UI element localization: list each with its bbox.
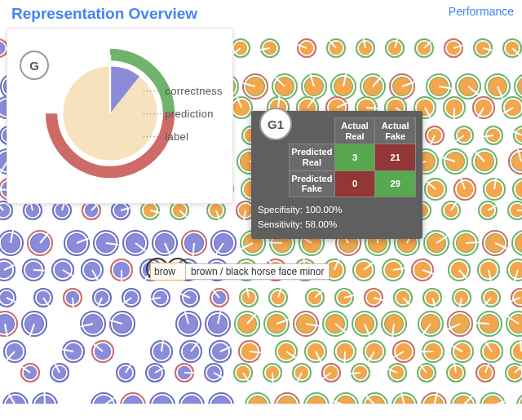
concept-glyph-small[interactable] bbox=[484, 126, 503, 145]
concept-glyph-small[interactable] bbox=[303, 392, 330, 404]
concept-glyph-small[interactable] bbox=[239, 288, 259, 307]
concept-glyph-small[interactable] bbox=[268, 288, 288, 307]
concept-glyph-small[interactable] bbox=[482, 230, 508, 256]
concept-glyph-small[interactable] bbox=[122, 288, 141, 307]
concept-glyph-small[interactable] bbox=[480, 392, 506, 404]
concept-glyph-small[interactable] bbox=[453, 230, 479, 256]
concept-glyph-small[interactable] bbox=[511, 288, 522, 307]
concept-glyph-small[interactable] bbox=[110, 259, 133, 281]
concept-glyph-small[interactable] bbox=[64, 230, 90, 256]
concept-glyph-small[interactable] bbox=[411, 259, 434, 281]
concept-glyph-small[interactable] bbox=[50, 363, 69, 382]
concept-glyph-small[interactable] bbox=[363, 340, 386, 363]
concept-glyph-small[interactable] bbox=[0, 311, 18, 337]
concept-glyph-small[interactable] bbox=[234, 311, 260, 337]
concept-glyph-small[interactable] bbox=[116, 363, 135, 382]
concept-glyph-small[interactable] bbox=[230, 96, 253, 119]
concept-glyph-small[interactable] bbox=[385, 38, 405, 58]
concept-glyph-small[interactable] bbox=[334, 340, 356, 363]
concept-glyph-small[interactable] bbox=[352, 259, 375, 281]
concept-glyph-small[interactable] bbox=[451, 340, 474, 363]
concept-glyph-small[interactable] bbox=[484, 73, 511, 99]
concept-glyph-small[interactable] bbox=[476, 311, 502, 337]
concept-glyph-small[interactable] bbox=[418, 311, 444, 337]
concept-glyph-small[interactable] bbox=[321, 363, 341, 382]
concept-glyph-small[interactable] bbox=[80, 311, 106, 337]
concept-glyph-small[interactable] bbox=[362, 392, 388, 404]
concept-glyph-small[interactable] bbox=[507, 259, 522, 281]
concept-glyph-small[interactable] bbox=[91, 392, 117, 404]
concept-glyph-small[interactable] bbox=[476, 363, 495, 382]
concept-glyph-small[interactable] bbox=[356, 38, 375, 58]
concept-glyph-small[interactable] bbox=[444, 38, 463, 58]
concept-glyph-small[interactable] bbox=[516, 392, 522, 404]
concept-glyph-small[interactable] bbox=[210, 288, 229, 307]
concept-glyph-small[interactable] bbox=[149, 392, 175, 404]
concept-glyph-small[interactable] bbox=[263, 311, 290, 337]
search-input[interactable] bbox=[150, 263, 186, 281]
concept-glyph-small[interactable] bbox=[33, 288, 53, 307]
concept-glyph-small[interactable] bbox=[150, 340, 173, 363]
concept-glyph-small[interactable] bbox=[478, 201, 498, 220]
concept-glyph-small[interactable] bbox=[512, 178, 522, 201]
concept-glyph-small[interactable] bbox=[422, 288, 442, 307]
concept-glyph-small[interactable] bbox=[472, 96, 495, 119]
concept-glyph-small[interactable] bbox=[175, 363, 194, 382]
concept-glyph-small[interactable] bbox=[425, 126, 445, 145]
concept-glyph-small[interactable] bbox=[443, 96, 466, 119]
concept-glyph-small[interactable] bbox=[122, 230, 148, 256]
concept-glyph-small[interactable] bbox=[27, 230, 53, 256]
concept-glyph-small[interactable] bbox=[448, 259, 471, 281]
concept-glyph-small[interactable] bbox=[0, 288, 16, 307]
concept-glyph-small[interactable] bbox=[513, 126, 522, 145]
concept-glyph-small[interactable] bbox=[352, 311, 378, 337]
concept-glyph-small[interactable] bbox=[275, 340, 298, 363]
concept-glyph-small[interactable] bbox=[511, 230, 522, 256]
concept-glyph-small[interactable] bbox=[505, 363, 522, 382]
concept-glyph-small[interactable] bbox=[421, 392, 447, 404]
concept-glyph-small[interactable] bbox=[20, 363, 40, 382]
concept-glyph-small[interactable] bbox=[381, 311, 407, 337]
concept-glyph-small[interactable] bbox=[297, 38, 316, 58]
concept-glyph-small[interactable] bbox=[471, 148, 498, 175]
concept-glyph-small[interactable] bbox=[387, 363, 407, 382]
concept-glyph-small[interactable] bbox=[424, 178, 447, 201]
concept-glyph-small[interactable] bbox=[450, 392, 476, 404]
concept-glyph-small[interactable] bbox=[205, 311, 231, 337]
concept-glyph-small[interactable] bbox=[292, 363, 312, 382]
concept-glyph-small[interactable] bbox=[483, 178, 506, 201]
concept-glyph-small[interactable] bbox=[392, 340, 415, 363]
concept-glyph-small[interactable] bbox=[210, 230, 237, 256]
concept-glyph-small[interactable] bbox=[242, 73, 268, 99]
concept-glyph-small[interactable] bbox=[351, 363, 370, 382]
concept-glyph-small[interactable] bbox=[453, 178, 476, 201]
concept-glyph-small[interactable] bbox=[333, 392, 359, 404]
concept-glyph-small[interactable] bbox=[204, 363, 223, 382]
concept-glyph-small[interactable] bbox=[92, 288, 112, 307]
concept-glyph-small[interactable] bbox=[245, 392, 271, 404]
concept-glyph-small[interactable] bbox=[21, 311, 47, 337]
concept-glyph-small[interactable] bbox=[2, 392, 29, 404]
concept-glyph-small[interactable] bbox=[477, 259, 500, 281]
concept-glyph-small[interactable] bbox=[304, 340, 327, 363]
concept-glyph-small[interactable] bbox=[364, 288, 383, 307]
concept-glyph-small[interactable] bbox=[208, 392, 234, 404]
concept-glyph-small[interactable] bbox=[93, 230, 119, 256]
concept-glyph-small[interactable] bbox=[441, 201, 461, 220]
concept-glyph-small[interactable] bbox=[22, 259, 45, 281]
concept-glyph-small[interactable] bbox=[507, 201, 522, 220]
concept-glyph-small[interactable] bbox=[417, 363, 436, 382]
concept-glyph-small[interactable] bbox=[442, 148, 468, 175]
concept-glyph-small[interactable] bbox=[145, 363, 165, 382]
concept-glyph-small[interactable] bbox=[508, 148, 522, 175]
concept-glyph-small[interactable] bbox=[305, 288, 325, 307]
concept-glyph-small[interactable] bbox=[81, 259, 104, 281]
concept-glyph-small[interactable] bbox=[91, 340, 114, 363]
concept-glyph-small[interactable] bbox=[233, 363, 253, 382]
concept-glyph-small[interactable] bbox=[452, 288, 471, 307]
concept-glyph-small[interactable] bbox=[454, 126, 474, 145]
concept-glyph-small[interactable] bbox=[238, 340, 261, 363]
concept-glyph-small[interactable] bbox=[502, 38, 522, 58]
concept-glyph-small[interactable] bbox=[180, 288, 200, 307]
concept-glyph-small[interactable] bbox=[260, 38, 280, 58]
